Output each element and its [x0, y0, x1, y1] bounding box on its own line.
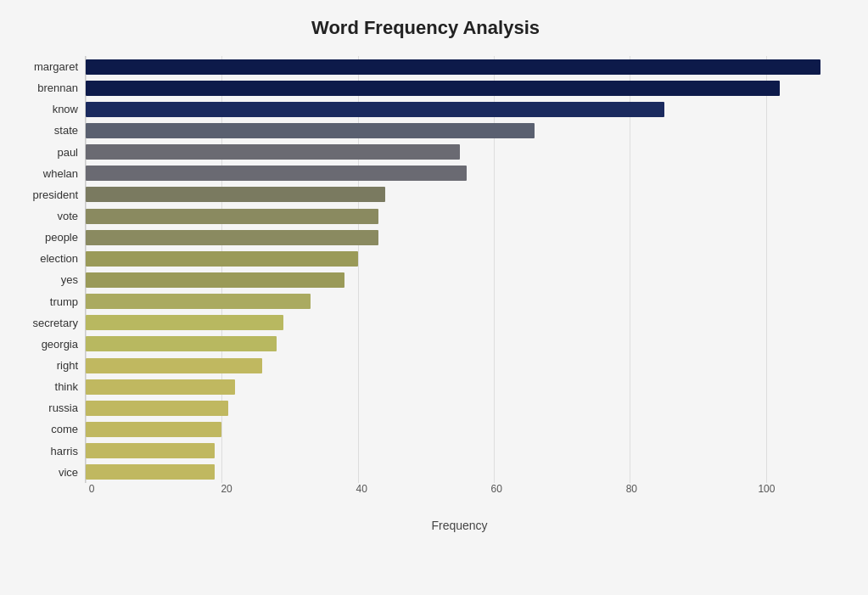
y-label: election [40, 253, 78, 264]
x-tick-label: 0 [89, 483, 95, 495]
bar-row [86, 463, 834, 481]
bar [86, 272, 344, 288]
y-label: paul [57, 147, 78, 158]
bar [86, 102, 664, 117]
chart-container: Word Frequency Analysis margaretbrennank… [0, 0, 868, 595]
grid-line [86, 56, 87, 483]
bar-row [86, 58, 834, 76]
y-label: know [53, 104, 78, 115]
y-label: georgia [42, 339, 78, 350]
bar [86, 443, 215, 458]
y-label: people [45, 232, 78, 243]
y-axis-labels: margaretbrennanknowstatepaulwhelanpresid… [17, 56, 85, 483]
bar-row [86, 185, 834, 204]
x-tick-label: 80 [626, 483, 637, 495]
bar-row [86, 378, 834, 396]
y-label: vice [59, 467, 78, 478]
bar-row [86, 271, 834, 289]
bar [86, 315, 283, 330]
bar [86, 59, 820, 75]
x-tick-label: 100 [758, 483, 775, 495]
chart-title: Word Frequency Analysis [17, 17, 834, 39]
y-label: russia [48, 402, 78, 413]
bar [86, 123, 535, 138]
y-label: yes [61, 274, 78, 285]
bar [86, 422, 221, 437]
x-axis-label: Frequency [85, 519, 834, 532]
y-label: vote [57, 210, 78, 222]
bar-row [86, 441, 834, 460]
bar [86, 294, 311, 309]
y-label: trump [50, 296, 78, 307]
bar [86, 81, 780, 96]
bar-row [86, 292, 834, 311]
bar-row [86, 164, 834, 182]
y-label: harris [50, 446, 78, 457]
grid-line [766, 56, 767, 483]
grid-line [630, 56, 630, 483]
bar [86, 251, 358, 267]
grid-line [494, 56, 495, 483]
bar [86, 464, 215, 480]
grid-line [358, 56, 359, 483]
y-label: whelan [43, 168, 78, 179]
bar-row [86, 313, 834, 332]
bars-area [85, 56, 834, 483]
y-label: secretary [33, 317, 78, 328]
bar [86, 401, 228, 416]
bar-row [86, 143, 834, 161]
x-tick-label: 40 [356, 483, 367, 495]
bar [86, 379, 235, 395]
bar-row [86, 334, 834, 353]
y-label: margaret [34, 61, 78, 72]
bar-row [86, 420, 834, 439]
y-label: brennan [37, 82, 78, 93]
bar-row [86, 207, 834, 226]
bar-row [86, 228, 834, 247]
y-label: state [54, 125, 78, 136]
y-label: think [55, 381, 78, 392]
bar [86, 187, 385, 202]
bar-row [86, 121, 834, 140]
bar-row [86, 100, 834, 119]
bar [86, 358, 262, 373]
y-label: president [33, 189, 78, 200]
bar-row [86, 250, 834, 268]
y-label: come [51, 424, 78, 435]
bar-row [86, 399, 834, 418]
bar [86, 230, 378, 245]
bar [86, 336, 277, 351]
bar [86, 166, 467, 181]
grid-line [221, 56, 222, 483]
bar-row [86, 356, 834, 375]
bar-row [86, 79, 834, 98]
y-label: right [57, 360, 78, 371]
bar [86, 209, 378, 224]
bar [86, 144, 460, 160]
x-tick-label: 20 [221, 483, 232, 495]
x-axis-ticks: 020406080100 [92, 483, 834, 500]
x-tick-label: 60 [491, 483, 502, 495]
